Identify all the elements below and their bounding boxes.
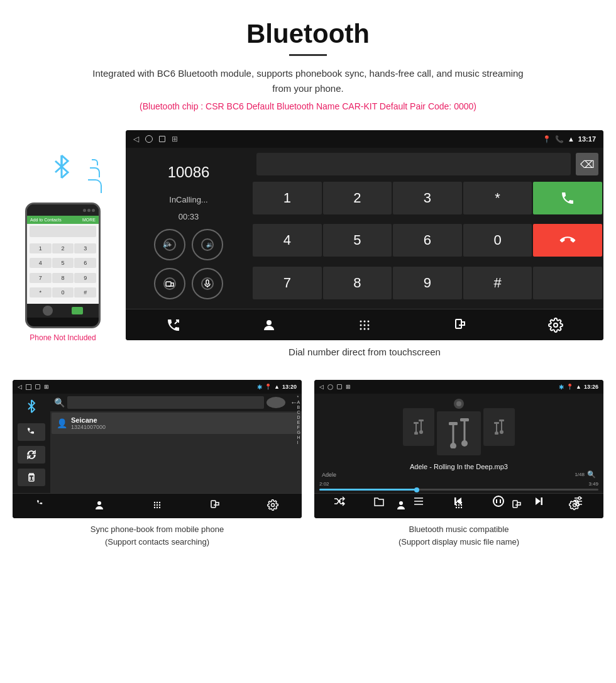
pb-loc-icon: 📍 — [265, 384, 272, 390]
pb-contact-item[interactable]: 👤 Seicane 13241007000 — [52, 413, 300, 434]
svg-point-85 — [461, 504, 462, 506]
svg-text:🔉: 🔉 — [206, 241, 214, 248]
svg-point-82 — [461, 502, 462, 503]
nav-contacts[interactable] — [256, 313, 282, 338]
phone-key-0: 0 — [52, 287, 74, 297]
music-artist: Adele — [322, 472, 336, 478]
music-nav-settings[interactable] — [569, 499, 580, 513]
music-track-info: 1/48 — [575, 472, 585, 477]
volume-down-btn[interactable]: - 🔉 — [192, 229, 223, 260]
svg-rect-43 — [211, 501, 216, 508]
pb-search-icon: 🔍 — [54, 397, 65, 408]
mic-btn[interactable] — [192, 268, 223, 299]
phone-top-bar — [27, 204, 99, 216]
svg-rect-45 — [419, 419, 424, 421]
dial-input-field[interactable] — [256, 153, 571, 175]
music-caption: Bluetooth music compatible (Support disp… — [314, 518, 603, 550]
key-8[interactable]: 8 — [323, 267, 392, 299]
svg-rect-72 — [541, 497, 543, 505]
svg-point-42 — [159, 507, 160, 508]
music-nav-dialpad[interactable] — [453, 499, 465, 513]
key-4[interactable]: 4 — [253, 224, 322, 257]
svg-point-37 — [154, 504, 155, 506]
main-screen-caption: Dial number direct from touchscreen — [126, 340, 603, 367]
phone-screen-header: Add to Contacts MORE — [27, 216, 99, 224]
key-5[interactable]: 5 — [323, 224, 392, 257]
music-play-btn[interactable] — [492, 495, 505, 509]
music-current-time: 2:02 — [319, 481, 329, 487]
pb-nav-dialpad[interactable] — [151, 499, 163, 513]
music-signal: ▲ — [576, 384, 581, 390]
svg-point-62 — [495, 431, 498, 435]
page-header: Bluetooth Integrated with BC6 Bluetooth … — [0, 0, 616, 130]
pb-status-bar: ◁ ⊞ ✱ 📍 ▲ 13:20 — [13, 380, 302, 394]
location-icon: 📍 — [542, 135, 551, 143]
music-progress-bar[interactable] — [319, 489, 598, 491]
phone-keypad: 1 2 3 4 5 6 7 8 9 * 0 # — [27, 241, 99, 304]
signal-icon: ▲ — [568, 135, 575, 143]
phone-key-2: 2 — [52, 243, 74, 253]
end-call-btn[interactable] — [533, 224, 602, 257]
svg-point-49 — [419, 430, 423, 434]
svg-rect-46 — [414, 422, 419, 424]
nav-dialpad[interactable] — [352, 313, 377, 338]
key-hash[interactable]: # — [463, 267, 532, 299]
key-1[interactable]: 1 — [253, 182, 322, 214]
music-progress-fill — [319, 489, 417, 491]
dial-input-row: ⌫ — [251, 148, 603, 180]
pb-nav-contacts[interactable] — [94, 499, 105, 513]
pb-call-btn[interactable] — [18, 423, 45, 441]
dial-right-panel: ⌫ 1 2 3 * 4 5 6 — [251, 148, 603, 309]
key-9[interactable]: 9 — [393, 267, 462, 299]
key-0[interactable]: 0 — [463, 224, 532, 257]
music-search-icon[interactable]: 🔍 — [587, 470, 596, 479]
svg-point-19 — [360, 324, 362, 326]
bluetooth-info: (Bluetooth chip : CSR BC6 Default Blueto… — [13, 101, 603, 111]
key-7[interactable]: 7 — [253, 267, 322, 299]
phone-not-included-label: Phone Not Included — [30, 333, 96, 342]
key-6[interactable]: 6 — [393, 224, 462, 257]
music-folder-btn[interactable] — [373, 496, 385, 509]
dial-timer: 00:33 — [135, 212, 242, 221]
music-time-row: 2:02 3:49 — [314, 481, 603, 487]
backspace-btn[interactable]: ⌫ — [576, 153, 598, 175]
main-bottom-nav — [126, 309, 603, 340]
music-nav-transfer[interactable] — [511, 499, 522, 513]
music-list-btn[interactable] — [413, 496, 424, 509]
svg-point-22 — [360, 328, 362, 330]
pb-nav-call[interactable] — [36, 499, 47, 513]
music-next-btn[interactable] — [533, 496, 544, 509]
key-star[interactable]: * — [463, 182, 532, 214]
svg-point-15 — [267, 320, 272, 325]
wifi-waves — [68, 154, 102, 193]
pb-nav-transfer[interactable] — [209, 499, 221, 513]
call-icon: 📞 — [555, 135, 564, 143]
music-nav-call[interactable] — [338, 499, 349, 513]
pb-save-icon: ⊞ — [44, 384, 49, 390]
nav-settings[interactable] — [543, 313, 568, 338]
svg-marker-71 — [536, 497, 541, 505]
pb-nav-settings[interactable] — [267, 499, 278, 513]
nav-call-transfer[interactable] — [161, 313, 186, 338]
pb-search-field[interactable] — [67, 396, 264, 409]
key-2[interactable]: 2 — [323, 182, 392, 214]
main-android-screen: ◁ ⊞ 📍 📞 ▲ 13:17 10086 InCalling... — [126, 130, 603, 340]
nav-phone-transfer[interactable] — [448, 313, 473, 338]
svg-rect-51 — [460, 418, 469, 421]
transfer-btn[interactable] — [154, 268, 185, 299]
svg-point-68 — [493, 496, 503, 506]
key-3[interactable]: 3 — [393, 182, 462, 214]
phone-key-hash: # — [74, 287, 96, 297]
volume-up-btn[interactable]: + 🔊 — [154, 229, 185, 260]
page-description: Integrated with BC6 Bluetooth module, su… — [88, 66, 528, 96]
music-info: Adele - Rolling In the Deep.mp3 Adele 1/… — [314, 460, 603, 481]
pb-sync-btn[interactable] — [18, 446, 45, 464]
music-screen: ◁ ⊞ ✱ 📍 ▲ 13:26 — [314, 380, 603, 518]
pb-delete-btn[interactable] — [18, 469, 45, 486]
pb-sidebar — [13, 394, 50, 493]
music-nav-contacts[interactable] — [395, 499, 407, 513]
answer-call-btn[interactable] — [533, 182, 602, 214]
dial-btn-row-2 — [135, 268, 242, 299]
music-status-time: 13:26 — [584, 384, 598, 390]
music-save-icon: ⊞ — [346, 384, 351, 390]
